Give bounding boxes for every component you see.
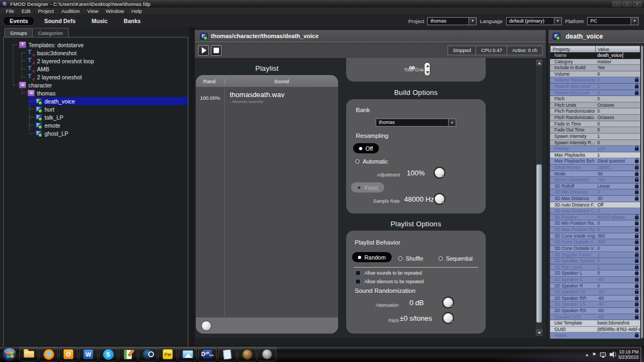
property-row[interactable]: Volume 0: [550, 71, 640, 78]
tree-item[interactable]: death_voice: [4, 97, 188, 105]
tab-groups[interactable]: Groups: [4, 28, 33, 37]
property-row[interactable]: 3D Doppler Factor 1: [550, 252, 640, 258]
tree-item[interactable]: emote: [4, 121, 188, 129]
property-value[interactable]: 0: [595, 140, 640, 146]
property-value[interactable]: 0: [595, 71, 640, 77]
property-value[interactable]: 0: [595, 77, 640, 83]
minimize-button[interactable]: –: [612, 1, 621, 6]
property-value[interactable]: 0: [595, 90, 640, 96]
maximize-button[interactable]: □: [623, 1, 632, 6]
taskbar-item[interactable]: [178, 347, 197, 361]
network-icon[interactable]: [600, 352, 606, 357]
column-property[interactable]: Property: [550, 46, 595, 53]
property-value[interactable]: 3: [595, 189, 640, 195]
taskbar-item[interactable]: D²⁰₁₀: [198, 347, 217, 361]
property-value[interactable]: 0: [595, 108, 640, 114]
playlist-row[interactable]: 100.00% thomasdeath.wav ../thomas sounds…: [196, 87, 338, 108]
resampling-automatic-radio[interactable]: Automatic: [355, 158, 388, 165]
property-row[interactable]: Pitch 0: [550, 96, 640, 102]
menu-item[interactable]: File: [2, 8, 18, 14]
property-value[interactable]: -60: [595, 314, 640, 320]
tree-item[interactable]: character: [4, 81, 188, 89]
property-row[interactable]: 3D Pan Level 1: [550, 264, 640, 271]
property-value[interactable]: 10000: [595, 165, 640, 171]
taskbar-item[interactable]: [39, 347, 58, 361]
clock[interactable]: 10:19 PM 5/23/2015: [618, 349, 639, 360]
property-row[interactable]: 3D Cone Outside V... 0: [550, 246, 640, 252]
property-value[interactable]: -60: [595, 308, 640, 314]
bank-select[interactable]: thomas ▼: [376, 119, 456, 127]
taskbar-item[interactable]: [218, 347, 237, 361]
action-center-flag-icon[interactable]: ⚑: [592, 352, 596, 357]
property-value[interactable]: Octaves: [595, 102, 640, 108]
behavior-random-radio[interactable]: Random: [352, 252, 392, 262]
column-rand[interactable]: Rand.: [196, 78, 224, 84]
taskbar-item[interactable]: O: [59, 347, 78, 361]
property-row[interactable]: 3D Auto Distance F... Off: [550, 202, 640, 209]
property-value[interactable]: master: [595, 59, 640, 65]
property-row[interactable]: Category master: [550, 59, 640, 65]
behavior-shuffle-radio[interactable]: Shuffle: [398, 255, 423, 262]
property-row[interactable]: Spawn Intensity 1: [550, 134, 640, 140]
editor-scrollbar[interactable]: [535, 59, 543, 337]
property-value[interactable]: 360: [595, 239, 640, 245]
property-row[interactable]: 3D Speaker Spread 0: [550, 258, 640, 264]
property-value[interactable]: death_voice: [595, 53, 640, 58]
property-row[interactable]: 3D Cone Outside A... 360: [550, 239, 640, 246]
platform-select[interactable]: PC ▼: [587, 17, 639, 25]
property-value[interactable]: 128: [595, 146, 640, 152]
property-row[interactable]: Reverb Wet Level 0: [550, 84, 640, 90]
property-row[interactable]: 3D Min Distance 3: [550, 189, 640, 196]
taskbar-item[interactable]: [19, 347, 38, 361]
property-row[interactable]: 2D Speaker RS -60: [550, 308, 640, 314]
main-tab[interactable]: Events: [3, 17, 34, 25]
taskbar-item[interactable]: [258, 347, 276, 361]
tree-item[interactable]: basic3doneshot: [4, 49, 188, 57]
property-row[interactable]: 3D Auto Distance C... 0: [550, 208, 640, 215]
close-button[interactable]: ×: [633, 1, 642, 6]
property-value[interactable]: 1: [595, 264, 640, 270]
property-row[interactable]: Notes: [550, 333, 640, 339]
property-value[interactable]: -60: [595, 301, 640, 307]
menu-item[interactable]: Edit: [18, 8, 34, 14]
start-button[interactable]: [2, 347, 17, 361]
scroll-down-icon[interactable]: [536, 329, 543, 336]
property-value[interactable]: Steal quietest: [595, 158, 640, 164]
property-value[interactable]: 1: [595, 252, 640, 258]
property-row[interactable]: Use Template basic3doneshot: [550, 320, 640, 327]
property-value[interactable]: 3d: [595, 171, 640, 177]
sample-rate-knob[interactable]: [434, 193, 445, 205]
property-value[interactable]: Octaves: [595, 115, 640, 121]
property-row[interactable]: Reverb Dry Level 0: [550, 90, 640, 97]
behavior-sequential-radio[interactable]: Sequential: [438, 255, 473, 262]
property-value[interactable]: 30: [595, 196, 640, 202]
property-value[interactable]: 360: [595, 233, 640, 239]
tab-categories[interactable]: Categories: [32, 28, 69, 37]
property-value[interactable]: World relative: [595, 215, 640, 220]
scrollbar-thumb[interactable]: [536, 164, 542, 323]
property-value[interactable]: 0: [595, 227, 640, 233]
properties-scrollbar[interactable]: [641, 46, 643, 338]
property-value[interactable]: basic3doneshot: [595, 320, 640, 326]
tree-item[interactable]: 2 layered oneshot loop: [4, 57, 188, 65]
volume-icon[interactable]: [610, 353, 612, 356]
main-tab[interactable]: Music: [85, 17, 114, 25]
total-grains-spinner[interactable]: [424, 62, 430, 76]
property-value[interactable]: 0: [595, 96, 640, 102]
property-row[interactable]: Max Playbacks Beh... Steal quietest: [550, 158, 640, 165]
title-bar[interactable]: FMOD Designer - C:\Users\Karen\Desktop\N…: [0, 0, 644, 8]
property-value[interactable]: -60: [595, 295, 640, 301]
property-row[interactable]: Mode 3d: [550, 171, 640, 178]
property-value[interactable]: Off: [595, 202, 640, 208]
taskbar-item[interactable]: [119, 347, 137, 361]
property-value[interactable]: 0: [595, 283, 640, 289]
property-row[interactable]: Name death_voice: [550, 53, 640, 59]
property-row[interactable]: Pitch Units Octaves: [550, 102, 640, 109]
property-value[interactable]: {8f5f4f9c-8762-4ebf-a...: [595, 327, 640, 333]
show-desktop-button[interactable]: [640, 346, 644, 362]
tree-item[interactable]: hurt: [4, 105, 188, 113]
column-value[interactable]: Value: [595, 46, 640, 53]
property-row[interactable]: Ignore Geometry Yes: [550, 177, 640, 183]
property-row[interactable]: Fade In Time 0: [550, 121, 640, 128]
property-value[interactable]: Yes: [595, 177, 640, 183]
